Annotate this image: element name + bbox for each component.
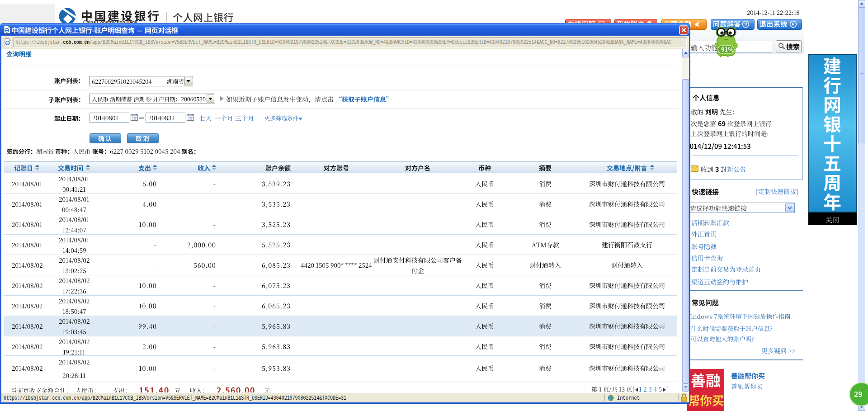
svg-text:?: ? [744, 22, 747, 27]
